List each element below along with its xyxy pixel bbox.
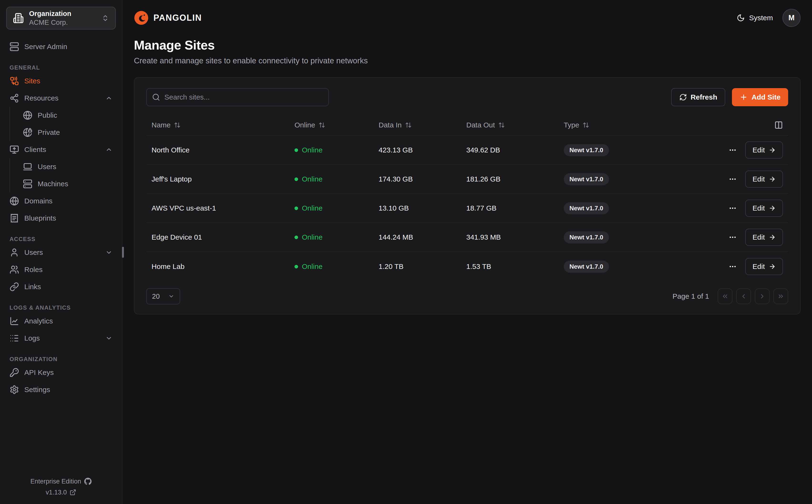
sidebar-footer: Enterprise Edition v1.13.0: [0, 476, 122, 498]
sidebar-resize-handle[interactable]: [122, 247, 124, 258]
pagination-right: Page 1 of 1: [673, 288, 788, 304]
chevron-right-icon: [759, 293, 766, 300]
sidebar-item-private[interactable]: Private: [20, 124, 116, 141]
site-status: Online: [294, 146, 379, 154]
sidebar-item-label: Public: [38, 111, 57, 119]
sidebar-item-client-users[interactable]: Users: [20, 158, 116, 175]
site-data-in: 13.10 GB: [379, 204, 466, 212]
pagination: 20 Page 1 of 1: [146, 288, 788, 304]
monitor-up-icon: [10, 145, 19, 154]
edit-button[interactable]: Edit: [745, 258, 783, 275]
share-icon: [10, 93, 19, 103]
sidebar-item-clients[interactable]: Clients: [6, 141, 116, 158]
avatar[interactable]: M: [782, 9, 801, 27]
row-menu-button[interactable]: [729, 175, 737, 183]
row-actions: Edit: [697, 171, 783, 188]
sidebar-item-logs[interactable]: Logs: [6, 330, 116, 347]
page-head: Manage Sites Create and manage sites to …: [134, 38, 801, 65]
sidebar-item-server-admin[interactable]: Server Admin: [6, 38, 116, 55]
edit-button[interactable]: Edit: [745, 141, 783, 159]
arrow-right-icon: [769, 176, 776, 183]
page-size-select[interactable]: 20: [146, 288, 180, 304]
pagination-buttons: [718, 288, 788, 304]
server-icon: [23, 179, 32, 189]
sidebar-item-blueprints[interactable]: Blueprints: [6, 210, 116, 227]
online-dot-icon: [294, 207, 298, 210]
sidebar-item-label: API Keys: [24, 368, 54, 377]
moon-icon: [737, 14, 745, 22]
topbar-right: System M: [737, 9, 801, 27]
edit-button[interactable]: Edit: [745, 229, 783, 246]
row-menu-button[interactable]: [729, 233, 737, 241]
column-header-online[interactable]: Online: [294, 121, 379, 129]
sidebar-item-label: Users: [24, 248, 43, 257]
section-label-general: GENERAL: [10, 64, 116, 71]
avatar-initial: M: [788, 14, 795, 22]
add-site-button[interactable]: Add Site: [732, 88, 788, 106]
org-selector-label: Organization: [29, 10, 71, 18]
edit-label: Edit: [752, 175, 765, 183]
last-page-button[interactable]: [773, 288, 788, 304]
edit-button[interactable]: Edit: [745, 200, 783, 217]
sidebar-item-machines[interactable]: Machines: [20, 175, 116, 192]
next-page-button[interactable]: [755, 288, 770, 304]
online-label: Online: [302, 262, 323, 271]
row-menu-button[interactable]: [729, 146, 737, 154]
sidebar-item-links[interactable]: Links: [6, 278, 116, 295]
users-icon: [10, 265, 19, 274]
theme-toggle[interactable]: System: [737, 14, 773, 22]
site-name: Home Lab: [152, 262, 294, 271]
ellipsis-icon: [729, 204, 737, 212]
version-link[interactable]: v1.13.0: [0, 487, 122, 498]
brand-logo[interactable]: PANGOLIN: [134, 10, 202, 25]
org-selector[interactable]: Organization ACME Corp.: [6, 7, 116, 30]
online-label: Online: [302, 204, 323, 212]
chevron-up-icon: [105, 146, 112, 153]
sidebar-item-resources[interactable]: Resources: [6, 90, 116, 107]
section-label-access: ACCESS: [10, 236, 116, 242]
column-header-data-out[interactable]: Data Out: [466, 121, 564, 129]
sidebar-item-domains[interactable]: Domains: [6, 192, 116, 210]
site-name: AWS VPC us-east-1: [152, 204, 294, 212]
refresh-button[interactable]: Refresh: [671, 88, 726, 106]
column-header-type[interactable]: Type: [564, 121, 697, 129]
row-menu-button[interactable]: [729, 204, 737, 212]
first-page-button[interactable]: [718, 288, 732, 304]
search-wrap: [146, 88, 329, 106]
column-label: Name: [152, 121, 171, 129]
refresh-label: Refresh: [691, 93, 717, 101]
row-menu-button[interactable]: [729, 262, 737, 271]
sidebar-item-analytics[interactable]: Analytics: [6, 312, 116, 330]
sites-table: Name Online Data In Data Out Type: [146, 115, 788, 281]
sidebar-item-api-keys[interactable]: API Keys: [6, 364, 116, 381]
sidebar-item-sites[interactable]: Sites: [6, 72, 116, 90]
edition-link[interactable]: Enterprise Edition: [0, 476, 122, 487]
ellipsis-icon: [729, 175, 737, 183]
sidebar-item-roles[interactable]: Roles: [6, 261, 116, 278]
search-input[interactable]: [146, 88, 329, 106]
sidebar-nav: Server Admin GENERAL Sites Resources Pub…: [6, 38, 116, 398]
table-row: AWS VPC us-east-1 Online 13.10 GB 18.77 …: [146, 194, 788, 223]
column-label: Online: [294, 121, 315, 129]
sidebar-item-settings[interactable]: Settings: [6, 381, 116, 398]
edit-label: Edit: [752, 262, 765, 271]
column-visibility-button[interactable]: [774, 121, 783, 129]
globe-icon: [23, 111, 32, 120]
chevron-left-icon: [740, 293, 747, 300]
resources-subgroup: Public Private: [10, 107, 116, 141]
table-header-row: Name Online Data In Data Out Type: [146, 115, 788, 136]
sidebar-item-public[interactable]: Public: [20, 107, 116, 124]
prev-page-button[interactable]: [736, 288, 751, 304]
site-name: Jeff's Laptop: [152, 175, 294, 183]
page-title: Manage Sites: [134, 38, 801, 52]
column-header-name[interactable]: Name: [152, 121, 294, 129]
sidebar-item-users[interactable]: Users: [6, 244, 116, 261]
edition-label: Enterprise Edition: [30, 478, 81, 485]
chevrons-right-icon: [777, 293, 784, 300]
sidebar-item-label: Users: [38, 163, 56, 171]
column-label: Data Out: [466, 121, 495, 129]
edit-button[interactable]: Edit: [745, 171, 783, 188]
column-header-data-in[interactable]: Data In: [379, 121, 466, 129]
external-link-icon: [70, 489, 76, 496]
sidebar-item-label: Resources: [24, 94, 58, 102]
